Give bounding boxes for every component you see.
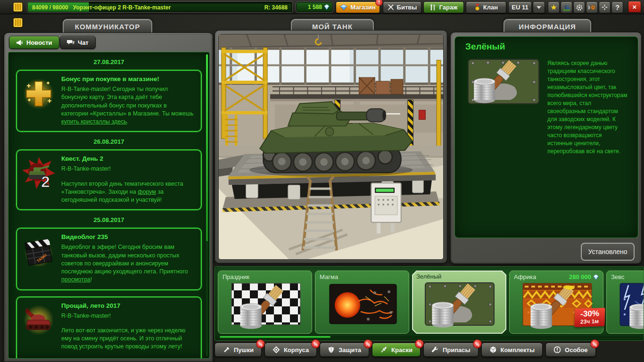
chat-bubbles-icon: [67, 39, 74, 46]
server-selector[interactable]: EU 11: [508, 1, 532, 13]
wrench-icon: [431, 346, 439, 354]
top-bar: 84099 / 98000 Уорэнт-офицер 2 R-B-Tanke-…: [0, 0, 644, 14]
tab-chat[interactable]: Чат: [60, 36, 96, 49]
exclamation-circle-icon: [553, 346, 561, 354]
communicator-header: КОММУНИКАТОР: [63, 19, 152, 33]
svg-text:2: 2: [41, 173, 50, 190]
shield-icon: [328, 346, 335, 354]
paint-item-prazdnik[interactable]: Праздник: [218, 271, 312, 334]
paint-item-zevs[interactable]: Зевс: [606, 271, 644, 334]
settings-button[interactable]: [573, 1, 585, 13]
close-icon: ×: [633, 3, 637, 11]
news-date: 25.08.2017: [8, 216, 209, 223]
diamond-icon: [340, 4, 347, 10]
server-dropdown-button[interactable]: [533, 1, 545, 13]
news-list: 27.08.2017 Бонус при покупке в магазине!…: [8, 52, 209, 359]
paint-item-green-selected[interactable]: Зелёный: [412, 271, 506, 334]
watch-link[interactable]: просмотра: [61, 276, 91, 283]
news-item-videoblog: TANKI Видеоблог 235 Видеоблог в эфире! С…: [16, 228, 202, 290]
news-item-bonus: Бонус при покупке в магазине! R-B-Tanke-…: [16, 70, 202, 132]
crystal-icon: [324, 4, 330, 10]
fullscreen-icon: [601, 4, 608, 11]
garage-button[interactable]: Гараж: [423, 1, 464, 13]
paintbrush-icon: [380, 346, 388, 354]
crystal-counter[interactable]: 1 588: [296, 2, 333, 12]
carousel-scrollbar[interactable]: [219, 336, 640, 338]
rating-value: R: 34688: [264, 2, 288, 12]
favorites-button[interactable]: ★: [548, 1, 560, 13]
fullscreen-button[interactable]: [599, 1, 611, 13]
close-button[interactable]: ×: [628, 1, 641, 13]
carousel-scrollbar-thumb[interactable]: [220, 336, 330, 338]
tab-protection[interactable]: Защита %: [320, 343, 369, 357]
paint-preview-green: [465, 58, 541, 106]
paint-preview-checker: [226, 282, 306, 332]
paint-info-box: Зелёный Являясь скорее данью традициям к…: [454, 36, 638, 238]
news-scrollbar-thumb[interactable]: [206, 54, 208, 241]
sound-button[interactable]: [586, 1, 598, 13]
battles-button[interactable]: Битвы: [383, 1, 421, 13]
paint-preview-zevs: [614, 282, 644, 332]
discount-ribbon: -30% 23ч 1м: [575, 308, 605, 327]
installed-button[interactable]: Установлено: [581, 243, 635, 261]
shop-alert-badge: !: [375, 0, 383, 6]
gold-box-icon[interactable]: [13, 2, 23, 12]
boots-button[interactable]: [561, 1, 572, 13]
crystal-icon: [593, 274, 599, 280]
news-date: 26.08.2017: [8, 138, 209, 145]
gear-icon: [576, 4, 583, 11]
hull-icon: [272, 346, 280, 354]
clapperboard-icon: TANKI: [21, 234, 56, 269]
clan-button[interactable]: Клан: [466, 1, 506, 13]
megaphone-icon: [16, 40, 23, 46]
chevron-down-icon: [537, 6, 541, 9]
gold-box-icon-2[interactable]: [13, 18, 23, 27]
paint-item-magma[interactable]: Магма: [315, 271, 409, 334]
my-tank-panel: [215, 30, 447, 263]
paint-item-green-inner: Зелёный: [413, 272, 505, 333]
paint-description: Являясь скорее данью традициям классичес…: [547, 59, 628, 156]
quest-day2-icon: 2: [21, 156, 56, 191]
information-panel: Зелёный Являясь скорее данью традициям к…: [450, 32, 642, 264]
tab-supplies[interactable]: Припасы %: [423, 343, 479, 357]
tab-paints[interactable]: Краски %: [372, 343, 421, 357]
news-scrollbar[interactable]: [206, 54, 208, 356]
news-item-summer: Прощай, лето 2017 R-B-Tanke-master! Лето…: [16, 296, 202, 359]
medal-icon: [474, 4, 480, 11]
question-icon: ?: [615, 3, 619, 11]
xp-and-player: 84099 / 98000 Уорэнт-офицер 2 R-B-Tanke-…: [32, 2, 171, 12]
tools-icon: [430, 4, 437, 11]
paint-name: Зелёный: [465, 41, 505, 52]
box-icon: [489, 346, 497, 354]
forum-link[interactable]: форум: [138, 189, 156, 195]
paint-price: 280 000: [569, 273, 599, 280]
tank-viewport[interactable]: [218, 34, 444, 260]
news-date: 27.08.2017: [8, 58, 209, 66]
paint-preview-green-small: [420, 282, 500, 332]
paint-item-afrika[interactable]: Африка 280 000 -30%: [509, 271, 603, 334]
tab-hulls[interactable]: Корпуса %: [264, 343, 317, 357]
star-icon: ★: [550, 4, 557, 11]
crossed-swords-icon: [388, 4, 394, 11]
gun-icon: [223, 346, 230, 354]
xp-bar: 84099 / 98000 Уорэнт-офицер 2 R-B-Tanke-…: [27, 2, 292, 12]
red-tank-icon: [21, 303, 56, 338]
shop-button[interactable]: Магазин !: [336, 1, 380, 13]
help-button[interactable]: ?: [611, 1, 623, 13]
information-header: ИНФОРМАЦИЯ: [504, 19, 591, 33]
speaker-icon: [588, 4, 596, 11]
tab-guns[interactable]: Пушки %: [215, 343, 262, 357]
paint-preview-magma: [323, 282, 403, 332]
tab-special[interactable]: Особое %: [545, 343, 595, 357]
buy-crystals-link[interactable]: купить кристаллы здесь: [61, 118, 127, 125]
paint-carousel: Праздник Магма Зелёный: [215, 266, 644, 341]
garage-screen: 84099 / 98000 Уорэнт-офицер 2 R-B-Tanke-…: [0, 0, 644, 362]
gold-plus-icon: [21, 76, 56, 111]
garage-category-tabs: Пушки % Корпуса % Защита % Краски %: [215, 343, 596, 357]
news-feed: 27.08.2017 Бонус при покупке в магазине!…: [8, 52, 210, 359]
garage-scene: [219, 34, 443, 259]
tab-news[interactable]: Новости: [9, 36, 59, 49]
news-item-quest: 2 Квест. День 2 R-B-Tanke-master! Наступ…: [16, 149, 202, 210]
communicator-panel: Новости Чат 27.08.2017 Бонус при покупке…: [4, 33, 213, 362]
tab-kits[interactable]: Комплекты: [481, 343, 543, 357]
